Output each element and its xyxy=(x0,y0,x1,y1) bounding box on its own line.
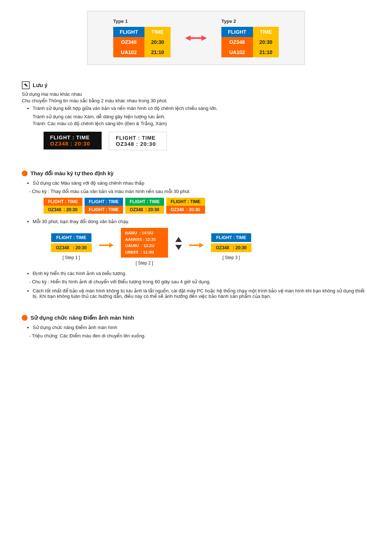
dark-box-row2: OZ348 : 20:30 xyxy=(50,140,95,147)
type2-header-time: TIME xyxy=(253,27,279,37)
time-cell: 20:30 xyxy=(144,37,171,47)
step2-block: BAIIIU : 14:UU AANNXS : 12:35 UAUIIU : 1… xyxy=(121,228,168,266)
list-item: Sử dụng các Màu sáng với độ sáng chênh n… xyxy=(33,180,370,186)
svg-rect-1 xyxy=(191,37,201,39)
svg-marker-5 xyxy=(175,245,182,250)
cycle-section-title: Thay đổi màu ký tự theo định kỳ xyxy=(22,170,370,177)
table-row: UA102 21:10 xyxy=(221,47,279,57)
cycle-sub1: - Chu kỳ : Thay đổi màu của văn bản và m… xyxy=(22,189,370,194)
step3-block: FLIGHT : TIME OZ348 : 20:30 [ Step 3 ] xyxy=(211,233,252,260)
step2-label: [ Step 2 ] xyxy=(136,260,153,266)
cycle-box-3-header: FLIGHT : TIME xyxy=(125,198,164,206)
type1-block: Type 1 FLIGHT TIME OZ348 20:30 UA102 21:… xyxy=(113,19,171,57)
note-section: ✎ Lưu ý Sử dụng Hai màu khác nhau Chu ch… xyxy=(22,81,370,150)
svg-marker-3 xyxy=(99,243,114,248)
list-item: Mỗi 30 phút, bạn thay đổi dòng văn bản c… xyxy=(33,219,370,224)
flight-cell: UA102 xyxy=(221,47,253,57)
pixel-title-text: Sử dụng chức năng Điểm ảnh màn hình xyxy=(30,315,134,321)
time-cell: 20:30 xyxy=(253,37,279,47)
flight-cell: UA102 xyxy=(113,47,145,57)
table-row: OZ348 20:30 xyxy=(113,37,171,47)
orange-circle-icon-2 xyxy=(22,315,28,321)
arrow-right-icon xyxy=(99,242,114,249)
cycle-bullets-2: Mỗi 30 phút, bạn thay đổi dòng văn bản c… xyxy=(22,219,370,224)
light-box-row1: FLIGHT : TIME xyxy=(116,135,160,141)
cycle-box-2-header: FLIGHT : TIME xyxy=(85,198,123,206)
pixel-section-title: Sử dụng chức năng Điểm ảnh màn hình xyxy=(22,315,370,321)
cycle-box-4-body: OZ348 : 20:30 xyxy=(166,206,205,214)
flight-display-row: FLIGHT : TIME OZ348 : 20:30 FLIGHT : TIM… xyxy=(44,132,370,150)
svg-marker-6 xyxy=(189,243,204,248)
note-title: ✎ Lưu ý xyxy=(22,81,370,89)
note-title-text: Lưu ý xyxy=(33,82,48,89)
table-row: OZ348 20:30 xyxy=(221,37,279,47)
dark-box-row1: FLIGHT : TIME xyxy=(50,135,95,140)
pixel-sub1: - Triệu chứng: Các Điểm màu đen di chuyể… xyxy=(22,333,370,338)
step3-body: OZ348 : 20:30 xyxy=(211,243,252,252)
cycle-box-2-body: FLIGHT : TIME xyxy=(85,206,123,214)
cycle-box-4-header: FLIGHT : TIME xyxy=(166,198,205,206)
cycle-box-1-body: OZ348 : 20:30 xyxy=(44,206,82,214)
step1-label: [ Step 1 ] xyxy=(62,255,80,260)
light-box-row2: OZ348 : 20:30 xyxy=(116,141,160,147)
cycle-sub3: - Chu kỳ : Hiển thị hình ảnh di chuyển v… xyxy=(22,279,370,284)
type1-header-flight: FLIGHT xyxy=(113,27,145,37)
step1-body: OZ348 : 20:30 xyxy=(51,243,92,252)
note-sub1: Tránh sử dụng các màu Xám, dễ dàng gây h… xyxy=(22,114,370,119)
up-down-arrows xyxy=(175,236,182,251)
cycle-section: Thay đổi màu ký tự theo định kỳ Sử dụng … xyxy=(22,170,370,299)
list-item: Sử dụng chức năng Điểm ảnh màn hình xyxy=(33,325,370,330)
step2-line4: UINIXS : 11:4N xyxy=(125,249,164,256)
svg-marker-0 xyxy=(185,35,191,41)
svg-marker-2 xyxy=(201,35,207,41)
type2-header-flight: FLIGHT xyxy=(221,27,253,37)
comparison-section: Type 1 FLIGHT TIME OZ348 20:30 UA102 21:… xyxy=(87,11,305,65)
step1-block: FLIGHT : TIME OZ348 : 20:30 [ Step 1 ] xyxy=(51,233,92,260)
step-arrow-2 xyxy=(189,238,204,249)
cycle-bullets-4: Cách tốt nhất để bảo vệ màn hình không b… xyxy=(22,288,370,299)
step3-header: FLIGHT : TIME xyxy=(211,233,252,242)
arrow-down-icon xyxy=(175,244,182,251)
dark-flight-box: FLIGHT : TIME OZ348 : 20:30 xyxy=(44,132,102,149)
orange-circle-icon xyxy=(22,171,28,176)
cycle-box-4: FLIGHT : TIME OZ348 : 20:30 xyxy=(166,198,205,214)
time-cell: 21:10 xyxy=(253,47,279,57)
arrow-up-icon xyxy=(175,236,182,243)
table-row: UA102 21:10 xyxy=(113,47,171,57)
list-item: Cách tốt nhất để bảo vệ màn hình không b… xyxy=(33,288,370,299)
cycle-boxes-row: FLIGHT : TIME OZ348 : 20:30 FLIGHT : TIM… xyxy=(44,198,370,214)
list-item: Định kỳ hiển thị các hình ảnh và biểu tư… xyxy=(33,271,370,276)
note-bullets: Tránh sử dụng kết hợp giữa văn bản và nề… xyxy=(22,106,370,111)
arrow-container xyxy=(185,33,207,44)
note-subtitle1: Sử dụng Hai màu khác nhau xyxy=(22,91,370,97)
step2-line3: UAUIIU : 13:2U xyxy=(125,243,164,249)
note-sub2: Tránh: Các màu có độ chênh lệch sáng lớn… xyxy=(22,121,370,126)
cycle-box-3-body: OZ348 : 20:30 xyxy=(125,206,164,214)
cycle-bullets: Sử dụng các Màu sáng với độ sáng chênh n… xyxy=(22,180,370,186)
type2-label: Type 2 xyxy=(221,19,279,24)
light-flight-box: FLIGHT : TIME OZ348 : 20:30 xyxy=(109,132,167,150)
type2-table: FLIGHT TIME OZ348 20:30 UA102 21:10 xyxy=(221,27,279,57)
cycle-box-1-header: FLIGHT : TIME xyxy=(44,198,82,206)
type1-header-time: TIME xyxy=(144,27,171,37)
step2-line1: BAIIIU : 14:UU xyxy=(125,230,164,237)
step-arrow-1 xyxy=(99,238,114,249)
pencil-icon: ✎ xyxy=(22,81,30,89)
cycle-box-3: FLIGHT : TIME OZ348 : 20:30 xyxy=(125,198,164,214)
arrow-right-icon-2 xyxy=(189,242,204,249)
step3-label: [ Step 3 ] xyxy=(222,255,240,260)
step1-header: FLIGHT : TIME xyxy=(51,233,91,242)
double-arrow-icon xyxy=(185,33,207,44)
pixel-section: Sử dụng chức năng Điểm ảnh màn hình Sử d… xyxy=(22,315,370,338)
type1-table: FLIGHT TIME OZ348 20:30 UA102 21:10 xyxy=(113,27,171,57)
cycle-box-1: FLIGHT : TIME OZ348 : 20:30 xyxy=(44,198,82,214)
cycle-box-2: FLIGHT : TIME FLIGHT : TIME xyxy=(85,198,123,214)
flight-cell: OZ348 xyxy=(221,37,253,47)
type2-block: Type 2 FLIGHT TIME OZ348 20:30 UA102 21:… xyxy=(221,19,279,57)
type1-label: Type 1 xyxy=(113,19,171,24)
step2-box: BAIIIU : 14:UU AANNXS : 12:35 UAUIIU : 1… xyxy=(121,228,168,258)
note-subtitle2: Chu chuyển Thông tin màu sắc bằng 2 màu … xyxy=(22,98,370,103)
pixel-bullets: Sử dụng chức năng Điểm ảnh màn hình xyxy=(22,325,370,330)
svg-marker-4 xyxy=(175,237,182,242)
cycle-title-text: Thay đổi màu ký tự theo định kỳ xyxy=(30,170,114,177)
